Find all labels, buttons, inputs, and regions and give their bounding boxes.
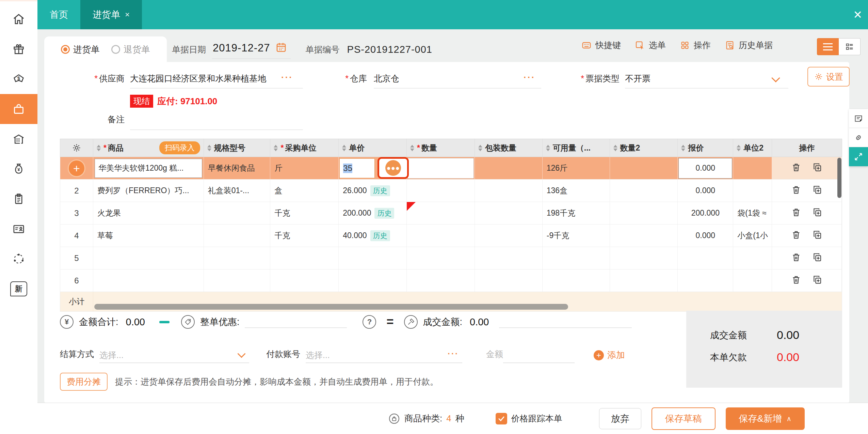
add-row-button[interactable]: + [60,157,93,179]
sidebar-item-reports[interactable] [0,184,37,214]
qty2-cell[interactable] [610,202,678,224]
sort-icon[interactable] [342,145,346,151]
save-and-new-button[interactable]: 保存&新增 ∧ [726,407,805,430]
unit2-cell[interactable] [733,269,772,292]
radio-return-order[interactable]: 退货单 [111,44,150,56]
quote-cell[interactable]: 0.000 [678,157,733,179]
fullscreen-button[interactable] [849,147,868,166]
invoice-chevron-down-icon[interactable] [771,74,780,82]
sidebar-item-gift[interactable] [0,34,37,64]
qty-cell[interactable] [407,202,475,224]
save-draft-button[interactable]: 保存草稿 [652,407,716,430]
calendar-icon[interactable] [275,41,287,55]
invoice-type-value[interactable]: 不开票 [625,73,754,84]
spec-cell[interactable] [204,224,271,247]
list-view-button[interactable] [817,38,839,55]
price-more-button-focused[interactable]: ●●● [377,157,409,179]
spec-cell[interactable] [204,247,271,269]
copy-row-button[interactable] [812,252,823,265]
table-row[interactable]: 6 [60,269,842,292]
unit-cell[interactable]: 斤 [270,157,339,179]
sort-icon[interactable] [681,145,685,151]
unit2-cell[interactable] [733,180,772,202]
delete-row-button[interactable] [791,162,802,175]
tab-close-icon[interactable]: × [125,10,130,19]
warehouse-more-icon[interactable]: ··· [524,72,535,83]
warehouse-value[interactable]: 北京仓 [374,73,517,84]
history-badge[interactable]: 历史 [374,208,394,219]
unit2-cell[interactable] [733,247,772,269]
sidebar-item-finance[interactable] [0,154,37,184]
history-badge[interactable]: 历史 [370,230,390,241]
qty-cell[interactable] [407,224,475,247]
delete-row-button[interactable] [791,207,802,220]
table-row[interactable]: + 华美华夫软饼1200g 糕... 早餐休闲食品 斤 35 ●●● 126斤 … [60,157,842,180]
supplier-value[interactable]: 大连花园口经济区景和水果种植基地 [130,73,276,84]
quote-input[interactable]: 0.000 [678,158,732,179]
question-circle-icon[interactable]: ? [363,315,376,329]
card-view-button[interactable] [839,38,861,55]
qty2-cell[interactable] [610,224,678,247]
copy-row-button[interactable] [812,229,823,242]
hotkeys-button[interactable]: 快捷键 [581,40,621,51]
discount-input[interactable] [245,316,347,328]
price-cell[interactable]: 40.000历史 [339,224,407,247]
package-qty-cell[interactable] [475,269,543,292]
sort-icon[interactable] [613,145,617,151]
cancel-button[interactable]: 放弃 [599,408,641,429]
unit2-cell[interactable]: 小盒(1小 [733,224,772,247]
spec-cell[interactable]: 礼盒装01-... [204,180,271,202]
copy-row-button[interactable] [812,162,823,175]
column-settings-button[interactable] [60,139,93,157]
supplier-more-icon[interactable]: ··· [281,72,293,83]
actions-button[interactable]: 操作 [679,40,711,51]
sidebar-item-new[interactable]: 新 [0,274,37,304]
pick-order-button[interactable]: 选单 [634,40,666,51]
price-cell[interactable]: 35 ●●● [339,157,407,179]
delete-row-button[interactable] [791,274,802,287]
horizontal-scrollbar[interactable] [94,304,568,310]
unit-cell[interactable]: 千克 [270,224,339,247]
price-cell[interactable]: 26.000历史 [339,180,407,202]
quote-cell[interactable] [678,247,733,269]
product-cell[interactable]: 费列罗（FERRERO）巧... [93,180,204,202]
remark-input-underline[interactable] [130,129,303,130]
sort-icon[interactable] [274,145,278,151]
copy-row-button[interactable] [812,184,823,197]
sidebar-item-share[interactable] [0,244,37,274]
sidebar-item-purchase[interactable] [0,94,37,124]
header-product[interactable]: *商品扫码录入 [93,139,204,157]
product-cell[interactable]: 华美华夫软饼1200g 糕... [93,157,204,179]
spec-cell[interactable] [204,202,271,224]
unit2-cell[interactable]: 袋(1袋 ≈ [733,202,772,224]
amount-input[interactable] [503,347,575,363]
radio-purchase-order[interactable]: 进货单 [61,44,100,56]
price-cell[interactable]: 200.000历史 [339,202,407,224]
product-cell[interactable]: 火龙果 [93,202,204,224]
qty-input[interactable] [407,158,474,179]
remark-panel-button[interactable] [849,109,868,128]
table-row[interactable]: 3 火龙果 千克 200.000历史 198千克 200.000 袋(1袋 ≈ [60,202,842,224]
copy-row-button[interactable] [812,207,823,220]
header-quote[interactable]: 报价 [678,139,733,157]
sort-icon[interactable] [546,145,550,151]
sort-icon[interactable] [737,145,741,151]
tab-purchase-order[interactable]: 进货单 × [80,0,142,29]
history-badge[interactable]: 历史 [370,185,390,196]
header-package-qty[interactable]: 包装数量 [475,139,543,157]
deal-amount-input[interactable] [499,316,632,328]
price-cell[interactable] [339,269,407,292]
sidebar-item-contacts[interactable] [0,214,37,244]
settle-method-select[interactable]: 选择... [99,347,249,363]
quote-cell[interactable]: 200.000 [678,202,733,224]
quote-cell[interactable] [678,269,733,292]
tab-home[interactable]: 首页 [37,0,80,29]
sort-icon[interactable] [97,145,101,151]
header-unit2[interactable]: 单位2 [733,139,772,157]
unit-cell[interactable] [270,269,339,292]
unit-cell[interactable]: 千克 [270,202,339,224]
spec-cell[interactable] [204,269,271,292]
delete-row-button[interactable] [791,184,802,197]
table-row[interactable]: 5 [60,247,842,269]
header-price[interactable]: 单价 [339,139,407,157]
